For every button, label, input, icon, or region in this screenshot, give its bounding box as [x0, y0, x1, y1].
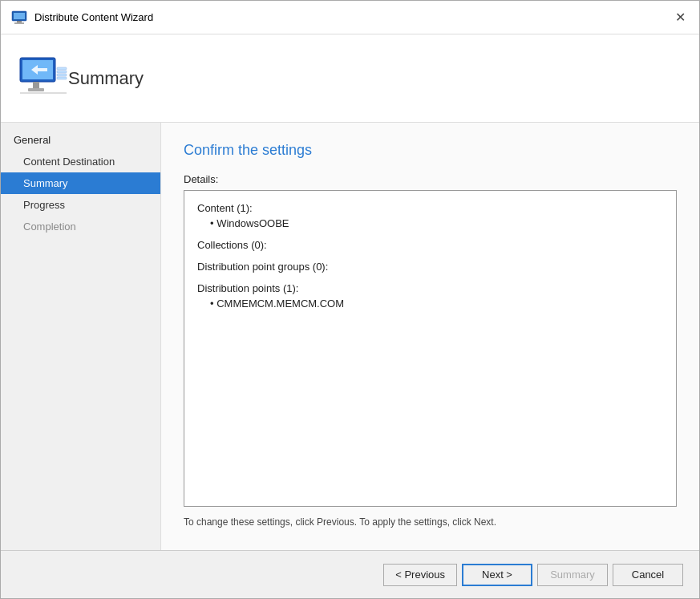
distribution-points-section: Distribution points (1): CMMEMCM.MEMCM.C… — [197, 282, 663, 310]
title-bar-left: Distribute Content Wizard — [10, 9, 153, 26]
distribution-groups-section: Distribution point groups (0): — [197, 261, 663, 273]
sidebar-item-progress[interactable]: Progress — [1, 194, 160, 216]
body-section: General Content Destination Summary Prog… — [1, 123, 699, 550]
header-icon — [17, 53, 68, 104]
content-section: Content (1): WindowsOOBE — [197, 202, 663, 229]
header-title: Summary — [68, 68, 144, 89]
dialog-title: Distribute Content Wizard — [34, 11, 153, 23]
next-button[interactable]: Next > — [462, 564, 532, 586]
svg-rect-12 — [57, 67, 67, 70]
distribution-point-item: CMMEMCM.MEMCM.COM — [210, 297, 663, 310]
footer: < Previous Next > Summary Cancel — [1, 550, 699, 598]
svg-rect-2 — [17, 21, 22, 22]
previous-button[interactable]: < Previous — [383, 564, 457, 586]
svg-rect-10 — [57, 74, 67, 76]
details-box: Content (1): WindowsOOBE Collections (0)… — [184, 190, 677, 507]
dialog-window: Distribute Content Wizard ✕ Summary — [0, 0, 700, 599]
svg-rect-1 — [14, 13, 25, 19]
cancel-button[interactable]: Cancel — [613, 564, 683, 586]
distribution-points-title: Distribution points (1): — [197, 282, 663, 294]
svg-rect-9 — [57, 77, 67, 79]
details-label: Details: — [184, 173, 677, 185]
page-title: Confirm the settings — [184, 142, 677, 159]
distribution-groups-title: Distribution point groups (0): — [197, 261, 663, 273]
hint-text: To change these settings, click Previous… — [184, 516, 677, 528]
sidebar-item-completion: Completion — [1, 216, 160, 237]
sidebar: General Content Destination Summary Prog… — [1, 123, 161, 550]
content-list: WindowsOOBE — [197, 217, 663, 229]
content-item: WindowsOOBE — [210, 217, 663, 229]
svg-rect-7 — [33, 82, 39, 88]
close-button[interactable]: ✕ — [670, 8, 690, 27]
svg-rect-11 — [57, 71, 67, 73]
svg-rect-8 — [28, 88, 44, 91]
sidebar-item-content-destination[interactable]: Content Destination — [1, 151, 160, 172]
wizard-icon — [10, 9, 28, 26]
collections-section-title: Collections (0): — [197, 239, 663, 251]
summary-button[interactable]: Summary — [537, 564, 608, 586]
svg-rect-3 — [14, 22, 24, 24]
content-section-title: Content (1): — [197, 202, 663, 214]
main-content: Confirm the settings Details: Content (1… — [161, 123, 699, 550]
title-bar: Distribute Content Wizard ✕ — [1, 1, 699, 34]
sidebar-item-summary[interactable]: Summary — [1, 172, 160, 194]
header-section: Summary — [1, 34, 699, 123]
distribution-points-list: CMMEMCM.MEMCM.COM — [197, 297, 663, 310]
sidebar-item-general[interactable]: General — [1, 129, 160, 151]
collections-section: Collections (0): — [197, 239, 663, 251]
